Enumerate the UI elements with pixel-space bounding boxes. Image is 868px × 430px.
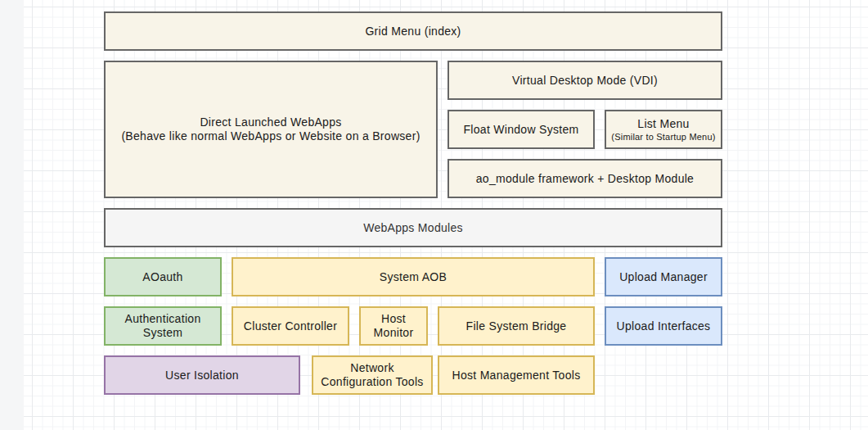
node-file-system-bridge-label: File System Bridge xyxy=(466,319,567,333)
node-list-menu-label: List Menu xyxy=(637,117,689,131)
node-direct-launched-webapps: Direct Launched WebApps (Behave like nor… xyxy=(104,61,438,198)
node-network-configuration-tools-label: Network Configuration Tools xyxy=(317,361,428,389)
diagram-canvas: Grid Menu (index) Direct Launched WebApp… xyxy=(0,0,868,430)
node-list-menu: List Menu (Similar to Startup Menu) xyxy=(605,110,722,149)
node-authentication-system: Authentication System xyxy=(104,306,222,346)
node-cluster-controller-label: Cluster Controller xyxy=(244,319,337,333)
node-host-management-tools-label: Host Management Tools xyxy=(452,369,580,382)
node-user-isolation: User Isolation xyxy=(104,355,300,395)
node-upload-interfaces: Upload Interfaces xyxy=(605,306,722,346)
node-user-isolation-label: User Isolation xyxy=(165,369,239,382)
node-webapps-modules: WebApps Modules xyxy=(104,208,722,247)
node-file-system-bridge: File System Bridge xyxy=(438,306,595,346)
node-host-monitor: Host Monitor xyxy=(359,306,428,346)
node-upload-manager-label: Upload Manager xyxy=(619,270,708,284)
node-ao-module-framework: ao_module framework + Desktop Module xyxy=(447,159,722,198)
node-host-monitor-label: Host Monitor xyxy=(364,312,423,340)
node-direct-launched-webapps-sublabel: (Behave like normal WebApps or Website o… xyxy=(121,129,420,143)
node-cluster-controller: Cluster Controller xyxy=(232,306,349,346)
node-aoauth-label: AOauth xyxy=(142,270,182,284)
canvas-left-margin xyxy=(0,0,24,430)
node-direct-launched-webapps-label: Direct Launched WebApps xyxy=(200,115,341,129)
node-grid-menu-label: Grid Menu (index) xyxy=(365,25,461,38)
node-network-configuration-tools: Network Configuration Tools xyxy=(312,355,433,395)
node-float-window-system: Float Window System xyxy=(447,110,595,149)
node-upload-manager: Upload Manager xyxy=(605,257,722,296)
node-webapps-modules-label: WebApps Modules xyxy=(363,221,463,235)
node-ao-module-framework-label: ao_module framework + Desktop Module xyxy=(476,172,694,186)
node-upload-interfaces-label: Upload Interfaces xyxy=(617,319,711,333)
node-virtual-desktop-mode-label: Virtual Desktop Mode (VDI) xyxy=(512,74,658,88)
node-system-aob-label: System AOB xyxy=(380,270,447,284)
node-system-aob: System AOB xyxy=(232,257,595,296)
node-authentication-system-label: Authentication System xyxy=(109,312,217,340)
node-aoauth: AOauth xyxy=(104,257,222,296)
node-list-menu-sublabel: (Similar to Startup Menu) xyxy=(611,131,715,143)
node-host-management-tools: Host Management Tools xyxy=(438,355,595,395)
node-float-window-system-label: Float Window System xyxy=(463,123,578,137)
node-grid-menu: Grid Menu (index) xyxy=(104,11,722,51)
node-virtual-desktop-mode: Virtual Desktop Mode (VDI) xyxy=(447,61,722,100)
